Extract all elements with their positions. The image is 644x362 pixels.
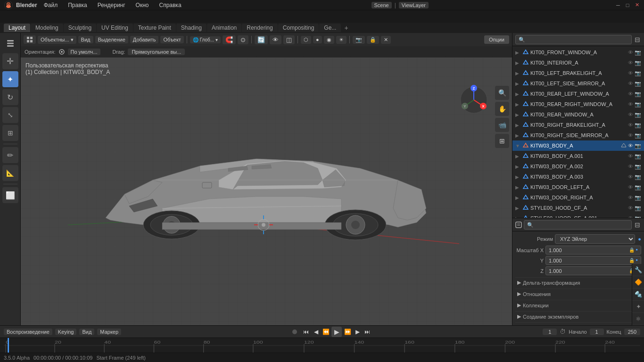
item-restrict-view-0[interactable]: 👁 <box>628 49 633 56</box>
maximize-button[interactable]: □ <box>624 2 631 8</box>
prop-tab-object[interactable]: 🔶 <box>632 276 644 288</box>
tool-scale[interactable]: ⤡ <box>2 107 18 123</box>
item-vis-2[interactable]: 👁 <box>628 70 633 76</box>
tool-rotate[interactable]: ↻ <box>2 89 18 105</box>
item-cam-2[interactable]: 📷 <box>635 70 641 76</box>
item-vis-13[interactable]: 👁 <box>628 184 633 190</box>
outliner-item-5[interactable]: ▶ KIT00_REAR_RIGHT_WINDOW_A 👁 📷 <box>512 99 644 109</box>
item-cam-6[interactable]: 📷 <box>635 112 641 118</box>
prop-tab-tools[interactable]: 🔧 <box>632 264 644 276</box>
item-cam-3[interactable]: 📷 <box>635 81 641 87</box>
outliner-item-7[interactable]: ▶ KIT00_RIGHT_BRAKELIGHT_A 👁 📷 <box>512 120 644 130</box>
scale-x-field[interactable]: 1.000 🔒 ● <box>545 246 641 255</box>
item-cam-13[interactable]: 📷 <box>635 184 641 190</box>
item-cam-1[interactable]: 📷 <box>635 60 641 66</box>
viewport-lock[interactable]: 🔒 <box>367 36 379 44</box>
delta-transform-section[interactable]: ▶ Дельта-трансформация ··· <box>515 277 641 287</box>
item-vis-6[interactable]: 👁 <box>628 112 633 118</box>
end-frame-input[interactable]: 250 <box>624 329 640 335</box>
item-cam-15[interactable]: 📷 <box>635 205 641 211</box>
scale-x-lock[interactable]: 🔒 <box>629 247 635 253</box>
item-vis-4[interactable]: 👁 <box>628 91 633 97</box>
outliner-item-11[interactable]: ▶ KITW03_BODY_A.002 👁 📷 <box>512 161 644 172</box>
tool-cursor[interactable]: ✛ <box>2 53 18 69</box>
shading-material[interactable]: ◉ <box>324 36 334 44</box>
pan-button[interactable]: ✋ <box>495 102 509 116</box>
tool-measure[interactable]: 📐 <box>2 165 18 181</box>
menu-help[interactable]: Справка <box>155 1 185 9</box>
camera-view[interactable]: 📷 <box>353 36 365 44</box>
orientation-value[interactable]: По умолч... <box>68 49 100 55</box>
tab-layout[interactable]: Layout <box>4 24 30 32</box>
tab-modeling[interactable]: Modeling <box>31 24 63 32</box>
prev-keyframe-button[interactable]: ⏪ <box>322 328 330 336</box>
item-vis-12[interactable]: 👁 <box>628 174 633 180</box>
item-vis-7[interactable]: 👁 <box>628 122 633 128</box>
menu-file[interactable]: Файл <box>40 1 62 9</box>
playback-menu[interactable]: Воспроизведение <box>4 329 52 335</box>
item-cam-11[interactable]: 📷 <box>635 164 641 170</box>
outliner-item-1[interactable]: ▶ KIT00_INTERIOR_A 👁 📷 <box>512 58 644 68</box>
item-cam-9[interactable]: 📷 <box>635 143 641 149</box>
tab-animation[interactable]: Animation <box>207 24 241 32</box>
menu-window[interactable]: Окно <box>132 1 153 9</box>
collections-section[interactable]: ▶ Коллекции ··· <box>515 300 641 309</box>
proportional-edit[interactable]: ⊙ <box>238 35 248 44</box>
outliner-item-12[interactable]: ▶ KITW03_BODY_A.003 👁 📷 <box>512 172 644 182</box>
item-vis-11[interactable]: 👁 <box>628 164 633 170</box>
object-menu[interactable]: Объект <box>160 36 183 43</box>
timeline-area[interactable]: 0 20 40 60 80 100 120 140 160 180 <box>4 338 640 353</box>
outliner-filter-button[interactable]: ⊟ <box>634 35 641 44</box>
jump-start-button[interactable]: ⏮ <box>302 328 310 336</box>
tab-sculpting[interactable]: Sculpting <box>64 24 96 32</box>
tool-add-cube[interactable]: ⬜ <box>2 187 18 203</box>
scale-y-field[interactable]: 1.000 🔒 ● <box>545 256 641 265</box>
add-menu[interactable]: Добавить <box>130 36 159 43</box>
tab-compositing[interactable]: Compositing <box>278 24 319 32</box>
viewport-shading-menu[interactable]: Объектны... ▾ <box>38 36 76 44</box>
outliner-item-8[interactable]: ▶ KIT00_RIGHT_SIDE_MIRROR_A 👁 📷 <box>512 130 644 140</box>
viewport-close[interactable]: ✕ <box>381 36 391 44</box>
viewport[interactable]: Объектны... ▾ Вид Выделение Добавить Объ… <box>21 33 512 335</box>
properties-filter-button[interactable]: ⊟ <box>634 220 641 230</box>
outliner-item-4[interactable]: ▶ KIT00_REAR_LEFT_WINDOW_A 👁 📷 <box>512 89 644 99</box>
item-vis-8[interactable]: 👁 <box>628 132 633 139</box>
scale-z-field[interactable]: 1.000 🔒 ● <box>545 266 641 275</box>
close-button[interactable]: ✕ <box>634 2 640 8</box>
item-cam-14[interactable]: 📷 <box>635 195 641 201</box>
item-restrict-render-0[interactable]: 📷 <box>635 49 641 56</box>
viewlayer-name[interactable]: ViewLayer <box>399 2 429 8</box>
tab-uv-editing[interactable]: UV Editing <box>97 24 133 32</box>
overlay-toggle[interactable]: 👁 <box>270 35 281 44</box>
minimize-button[interactable]: ─ <box>615 2 621 8</box>
tool-move[interactable]: ✦ <box>2 71 18 87</box>
item-cam-10[interactable]: 📷 <box>635 153 641 159</box>
view-menu-tl[interactable]: Вид <box>79 329 94 335</box>
prop-tab-modifier[interactable]: 🔩 <box>632 288 644 301</box>
timeline-track[interactable]: 0 20 40 60 80 100 120 140 160 180 <box>0 338 644 353</box>
item-vis-9[interactable]: 👁 <box>628 143 633 149</box>
outliner-item-3[interactable]: ▶ KIT00_LEFT_SIDE_MIRROR_A 👁 📷 <box>512 78 644 89</box>
prev-frame-button[interactable]: ◀ <box>312 328 320 336</box>
select-menu[interactable]: Выделение <box>95 36 128 43</box>
shading-rendered[interactable]: ☀ <box>336 36 347 44</box>
tool-view-menu[interactable] <box>2 35 18 51</box>
outliner-item-0[interactable]: ▶ KIT00_FRONT_WINDOW_A 👁 📷 <box>512 47 644 58</box>
marker-menu[interactable]: Маркер <box>97 329 121 335</box>
scale-y-lock[interactable]: 🔒 <box>629 258 635 263</box>
tool-annotate[interactable]: ✏ <box>2 147 18 163</box>
outliner-item-15[interactable]: ▶ STYLE00_HOOD_CF_A 👁 📷 <box>512 203 644 213</box>
outliner-item-2[interactable]: ▶ KIT00_LEFT_BRAKELIGHT_A 👁 📷 <box>512 68 644 78</box>
xray-toggle[interactable]: ◫ <box>283 35 295 44</box>
item-vis-3[interactable]: 👁 <box>628 81 633 87</box>
tab-rendering[interactable]: Rendering <box>242 24 277 32</box>
item-vis-14[interactable]: 👁 <box>628 195 633 201</box>
current-frame-display[interactable]: 1 <box>543 329 557 335</box>
viewport-3d[interactable]: Пользовательская перспектива (1) Collect… <box>21 58 512 335</box>
item-cam-5[interactable]: 📷 <box>635 101 641 107</box>
item-cam-7[interactable]: 📷 <box>635 122 641 128</box>
item-vis-1[interactable]: 👁 <box>628 60 633 66</box>
outliner-item-10[interactable]: ▶ KITW03_BODY_A.001 👁 📷 <box>512 151 644 161</box>
global-local-toggle[interactable]: 🌐 Глоб... ▾ <box>190 36 221 43</box>
prop-tab-physics[interactable]: ⚛ <box>632 313 644 325</box>
